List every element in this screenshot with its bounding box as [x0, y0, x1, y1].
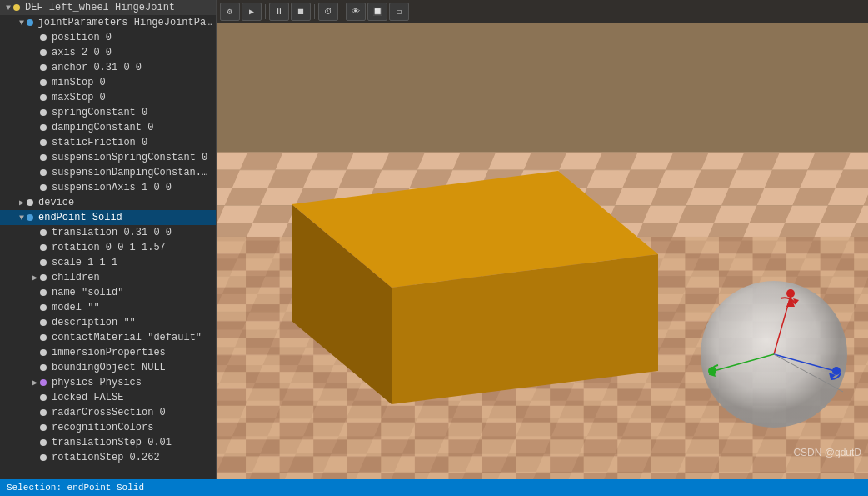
tree-dot-radarCrossSection: [40, 409, 47, 416]
viewport-3d[interactable]: ⚙ ▶ ⏸ ⏹ ⏱ 👁 🔲 ◻ CSDN @gdutD: [217, 0, 868, 479]
tree-item-recognitionColors[interactable]: recognitionColors: [0, 420, 216, 435]
tree-arrow-endpoint[interactable]: ▼: [17, 213, 27, 223]
tree-dot-rotationStep: [40, 454, 47, 461]
tree-dot-rotation: [40, 244, 47, 251]
watermark: CSDN @gdutD: [793, 447, 861, 458]
toolbar-btn-2[interactable]: ▶: [242, 3, 262, 21]
tree-label-scale: scale 1 1 1: [52, 257, 117, 268]
main-container: ▼DEF left_wheel HingeJoint▼jointParamete…: [0, 0, 868, 479]
tree-label-suspensionSpring: suspensionSpringConstant 0: [52, 152, 207, 163]
tree-item-def-left-wheel[interactable]: ▼DEF left_wheel HingeJoint: [0, 0, 216, 15]
tree-label-anchor: anchor 0.31 0 0: [52, 62, 142, 73]
tree-item-radarCrossSection[interactable]: radarCrossSection 0: [0, 405, 216, 420]
tree-item-translationStep[interactable]: translationStep 0.01: [0, 435, 216, 450]
tree-arrow-joint-parameters[interactable]: ▼: [17, 18, 27, 28]
tree-label-recognitionColors: recognitionColors: [52, 422, 153, 433]
tree-arrow-def-left-wheel[interactable]: ▼: [3, 3, 13, 13]
tree-dot-staticFriction: [40, 139, 47, 146]
box-3d: [242, 154, 675, 421]
tree-dot-description: [40, 319, 47, 326]
tree-label-minStop: minStop 0: [52, 77, 106, 88]
tree-item-physics[interactable]: ▶physics Physics: [0, 375, 216, 390]
toolbar-btn-4[interactable]: ⏹: [291, 3, 311, 21]
toolbar-btn-view1[interactable]: 👁: [346, 3, 366, 21]
tree-item-suspensionSpring[interactable]: suspensionSpringConstant 0: [0, 150, 216, 165]
toolbar-sep-2: [314, 4, 315, 19]
tree-label-dampingConstant: dampingConstant 0: [52, 122, 153, 133]
tree-dot-anchor: [40, 64, 47, 71]
tree-dot-dampingConstant: [40, 124, 47, 131]
tree-label-def-left-wheel: DEF left_wheel HingeJoint: [25, 2, 175, 13]
tree-item-maxStop[interactable]: maxStop 0: [0, 90, 216, 105]
tree-item-description[interactable]: description "": [0, 315, 216, 330]
tree-dot-contactMaterial: [40, 334, 47, 341]
tree-item-model[interactable]: model "": [0, 300, 216, 315]
tree-dot-joint-parameters: [27, 19, 33, 26]
toolbar-btn-clock[interactable]: ⏱: [318, 3, 338, 21]
tree-dot-suspensionDamping: [40, 169, 47, 176]
toolbar-btn-view3[interactable]: ◻: [389, 3, 409, 21]
tree-item-rotation[interactable]: rotation 0 0 1 1.57: [0, 240, 216, 255]
tree-item-springConstant[interactable]: springConstant 0: [0, 105, 216, 120]
tree-item-locked[interactable]: locked FALSE: [0, 390, 216, 405]
tree-label-translationStep: translationStep 0.01: [52, 437, 172, 448]
toolbar-btn-1[interactable]: ⚙: [220, 3, 240, 21]
tree-item-translation[interactable]: translation 0.31 0 0: [0, 225, 216, 240]
toolbar-btn-view2[interactable]: 🔲: [367, 3, 387, 21]
tree-dot-scale: [40, 259, 47, 266]
tree-dot-model: [40, 304, 47, 311]
tree-label-axis: axis 2 0 0: [52, 47, 112, 58]
tree-arrow-children[interactable]: ▶: [30, 273, 40, 283]
tree-item-staticFriction[interactable]: staticFriction 0: [0, 135, 216, 150]
rotation-gizmo[interactable]: [697, 275, 851, 429]
tree-item-position[interactable]: position 0: [0, 30, 216, 45]
tree-item-minStop[interactable]: minStop 0: [0, 75, 216, 90]
tree-label-locked: locked FALSE: [52, 392, 123, 403]
tree-item-joint-parameters[interactable]: ▼jointParameters HingeJointPara...: [0, 15, 216, 30]
tree-dot-suspensionSpring: [40, 154, 47, 161]
tree-dot-springConstant: [40, 109, 47, 116]
tree-item-device[interactable]: ▶device: [0, 195, 216, 210]
tree-arrow-device[interactable]: ▶: [17, 198, 27, 208]
tree-label-rotationStep: rotationStep 0.262: [52, 452, 160, 463]
tree-item-endpoint[interactable]: ▼endPoint Solid: [0, 210, 216, 225]
tree-dot-axis: [40, 49, 47, 56]
tree-dot-boundingObject: [40, 364, 47, 371]
tree-item-dampingConstant[interactable]: dampingConstant 0: [0, 120, 216, 135]
tree-dot-def-left-wheel: [13, 4, 20, 11]
status-bar: Selection: endPoint Solid: [0, 479, 868, 496]
tree-label-children: children: [52, 272, 100, 283]
tree-item-suspensionAxis[interactable]: suspensionAxis 1 0 0: [0, 180, 216, 195]
tree-item-boundingObject[interactable]: boundingObject NULL: [0, 360, 216, 375]
tree-dot-translationStep: [40, 439, 47, 446]
tree-dot-recognitionColors: [40, 424, 47, 431]
tree-item-name[interactable]: name "solid": [0, 285, 216, 300]
toolbar-btn-3[interactable]: ⏸: [269, 3, 289, 21]
tree-label-springConstant: springConstant 0: [52, 107, 147, 118]
selection-label: Selection: endPoint Solid: [7, 483, 144, 493]
tree-item-children[interactable]: ▶children: [0, 270, 216, 285]
tree-item-axis[interactable]: axis 2 0 0: [0, 45, 216, 60]
tree-dot-suspensionAxis: [40, 184, 47, 191]
tree-label-rotation: rotation 0 0 1 1.57: [52, 242, 166, 253]
tree-dot-endpoint: [27, 214, 33, 221]
tree-item-contactMaterial[interactable]: contactMaterial "default": [0, 330, 216, 345]
tree-label-position: position 0: [52, 32, 112, 43]
svg-point-20: [786, 289, 795, 298]
tree-label-device: device: [38, 197, 74, 208]
tree-label-radarCrossSection: radarCrossSection 0: [52, 407, 166, 418]
tree-dot-maxStop: [40, 94, 47, 101]
tree-dot-name: [40, 289, 47, 296]
tree-panel: ▼DEF left_wheel HingeJoint▼jointParamete…: [0, 0, 217, 479]
tree-label-translation: translation 0.31 0 0: [52, 227, 172, 238]
tree-item-rotationStep[interactable]: rotationStep 0.262: [0, 450, 216, 465]
tree-item-scale[interactable]: scale 1 1 1: [0, 255, 216, 270]
tree-arrow-physics[interactable]: ▶: [30, 378, 40, 388]
tree-dot-device: [27, 199, 33, 206]
tree-item-immersionProperties[interactable]: immersionProperties: [0, 345, 216, 360]
tree-label-contactMaterial: contactMaterial "default": [52, 332, 202, 343]
tree-label-name: name "solid": [52, 287, 123, 298]
tree-label-suspensionDamping: suspensionDampingConstan...: [52, 167, 212, 178]
tree-item-suspensionDamping[interactable]: suspensionDampingConstan...: [0, 165, 216, 180]
tree-item-anchor[interactable]: anchor 0.31 0 0: [0, 60, 216, 75]
